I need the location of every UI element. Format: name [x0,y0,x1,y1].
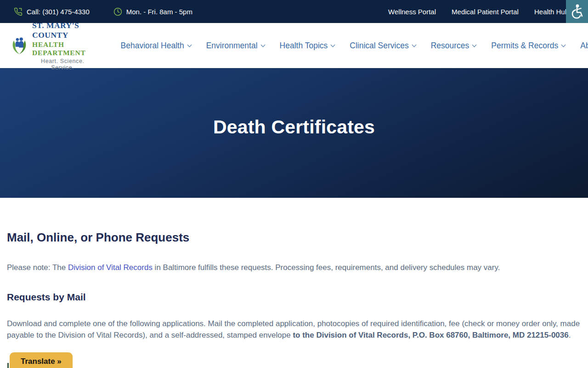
chevron-down-icon [412,42,416,47]
division-vital-records-link[interactable]: Division of Vital Records [68,263,153,272]
medical-patient-portal-link[interactable]: Medical Patient Portal [452,8,519,16]
mail-text-after: . [569,331,571,339]
nav-label: Clinical Services [350,41,408,51]
wheelchair-accessibility-icon [570,4,584,19]
mail-address-bold: to the Division of Vital Records, P.O. B… [293,331,568,339]
site-logo[interactable]: ST. MARY'S COUNTY HEALTH DEPARTMENT Hear… [11,21,93,71]
logo-hands-figures-icon [11,32,28,59]
phone-info: Call: (301) 475-4330 [14,7,90,16]
nav-resources[interactable]: Resources [431,41,476,51]
logo-tagline: Heart. Science. Service. [32,58,93,71]
phone-incoming-icon [14,7,23,16]
translate-button[interactable]: Translate » [10,352,73,368]
hero-banner: Death Certificates [0,68,588,198]
main-content: Mail, Online, or Phone Requests Please n… [0,230,588,341]
topbar-links: Wellness Portal Medical Patient Portal H… [388,8,569,16]
clock-icon [113,7,122,16]
nav-clinical-services[interactable]: Clinical Services [350,41,415,51]
nav-health-topics[interactable]: Health Topics [280,41,335,51]
note-text-after: in Baltimore fulfills these requests. Pr… [153,263,500,272]
sub-heading: Requests by Mail [7,292,581,303]
nav-permits-records[interactable]: Permits & Records [491,41,565,51]
phone-number[interactable]: Call: (301) 475-4330 [27,8,90,16]
accessibility-widget-button[interactable] [566,0,588,23]
nav-label: Resources [431,41,469,51]
nav-environmental[interactable]: Environmental [206,41,265,51]
logo-dept-name: HEALTH DEPARTMENT [32,40,93,57]
nav-behavioral-health[interactable]: Behavioral Health [121,41,191,51]
chevron-down-icon [472,42,477,47]
nav-label: Environmental [206,41,258,51]
site-header: ST. MARY'S COUNTY HEALTH DEPARTMENT Hear… [0,23,588,68]
mail-instructions-paragraph: Download and complete one of the followi… [7,318,581,341]
page-title: Death Certificates [213,116,375,138]
topbar-contact-group: Call: (301) 475-4330 Mon. - Fri. 8am - 5… [14,7,192,16]
main-nav: Behavioral Health Environmental Health T… [121,41,588,51]
nav-label: Behavioral Health [121,41,184,51]
note-text-before: Please note: The [7,263,68,272]
nav-about[interactable]: About [580,41,588,51]
note-paragraph: Please note: The Division of Vital Recor… [7,262,581,273]
chevron-down-icon [187,42,192,47]
chevron-down-icon [331,42,335,47]
wellness-portal-link[interactable]: Wellness Portal [388,8,436,16]
chevron-down-icon [260,42,265,47]
nav-label: Permits & Records [491,41,558,51]
logo-text: ST. MARY'S COUNTY HEALTH DEPARTMENT Hear… [32,21,93,71]
chevron-down-icon [561,42,566,47]
hours-info: Mon. - Fri. 8am - 5pm [113,7,192,16]
business-hours: Mon. - Fri. 8am - 5pm [126,8,192,16]
health-hub-link[interactable]: Health Hub [534,8,569,16]
logo-org-name: ST. MARY'S COUNTY [32,21,93,40]
cutoff-list-fragment [7,363,9,368]
topbar: Call: (301) 475-4330 Mon. - Fri. 8am - 5… [0,0,588,23]
section-heading: Mail, Online, or Phone Requests [7,230,581,245]
nav-label: About [580,41,588,51]
nav-label: Health Topics [280,41,328,51]
